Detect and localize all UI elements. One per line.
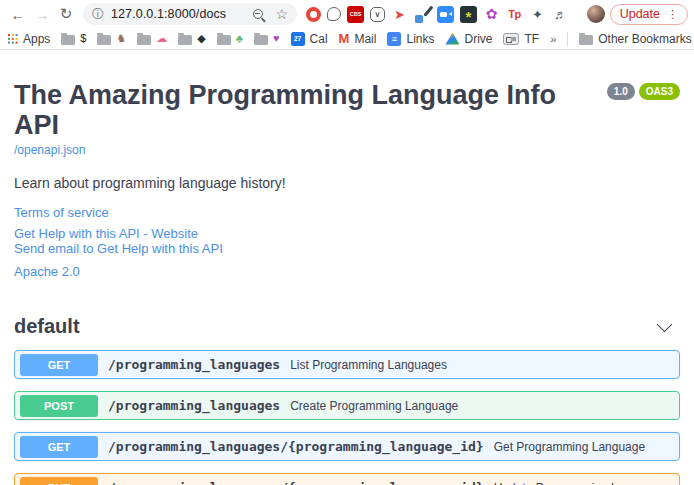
terms-of-service-link[interactable]: Terms of service <box>14 205 680 220</box>
method-badge: GET <box>20 354 98 376</box>
bookmark-cal[interactable]: 27 Cal <box>291 32 328 46</box>
bookmark-tf[interactable]: TF <box>503 32 539 46</box>
menu-kebab-icon[interactable]: ⋮ <box>667 8 678 21</box>
bookmarks-overflow-button[interactable]: » <box>550 33 556 45</box>
horse-emoji-icon: ♞ <box>116 33 126 44</box>
folder-icon <box>97 35 111 45</box>
puzzle-extension-icon[interactable]: ✦ <box>529 6 546 23</box>
tp-extension-icon[interactable]: Tp <box>506 6 523 23</box>
chevron-down-icon <box>657 317 673 333</box>
apps-grid-icon <box>8 34 18 44</box>
drive-icon <box>445 33 459 45</box>
endpoint-path: /programming_languages <box>108 398 280 413</box>
chat-bubble-extension-icon[interactable] <box>327 7 341 21</box>
bookmark-label: Apps <box>23 32 50 46</box>
dark-flower-extension-icon[interactable]: * <box>460 6 477 23</box>
license-link[interactable]: Apache 2.0 <box>14 264 680 279</box>
other-bookmarks[interactable]: Other Bookmarks <box>579 32 691 46</box>
folder-icon <box>178 35 192 45</box>
bookmark-folder-dollar[interactable]: $ <box>61 33 86 45</box>
title-badges: 1.0 OAS3 <box>607 83 680 100</box>
zoom-out-icon[interactable] <box>253 9 263 19</box>
opera-extension-icon[interactable] <box>306 7 321 22</box>
page-title: The Amazing Programming Language Info AP… <box>14 80 602 140</box>
purple-heart-icon: ♥ <box>273 33 280 44</box>
bookmark-label: TF <box>524 32 539 46</box>
brain-emoji-icon: ☁ <box>156 33 167 44</box>
bookmark-star-icon[interactable]: ☆ <box>275 7 288 21</box>
endpoint-summary: Update Programming Language <box>494 481 665 485</box>
browser-toolbar: ← → ↻ ⓘ 127.0.0.1:8000/docs ☆ CBS ∨ ➤ * … <box>0 0 694 28</box>
browser-chrome: ← → ↻ ⓘ 127.0.0.1:8000/docs ☆ CBS ∨ ➤ * … <box>0 0 694 50</box>
update-button[interactable]: Update ⋮ <box>610 4 688 25</box>
method-badge: GET <box>20 436 98 458</box>
extensions-row: CBS ∨ ➤ * ✿ Tp ✦ ♬ <box>306 6 581 23</box>
eyedropper-extension-icon[interactable] <box>414 6 431 23</box>
folder-icon <box>137 35 151 45</box>
bookmark-folder-horse[interactable]: ♞ <box>97 33 126 45</box>
back-button[interactable]: ← <box>6 2 30 26</box>
bookmark-label: Cal <box>310 32 328 46</box>
method-badge: POST <box>20 395 98 417</box>
dollar-icon: $ <box>80 33 86 44</box>
endpoint-get-language-by-id[interactable]: GET /programming_languages/{programming_… <box>14 432 680 461</box>
help-website-link[interactable]: Get Help with this API - Website <box>14 226 680 241</box>
bookmark-folder-leaf[interactable]: ♣ <box>217 33 243 45</box>
bookmark-folder-graduation[interactable]: ◆ <box>178 33 205 45</box>
endpoint-put-update-language[interactable]: PUT /programming_languages/{programming_… <box>14 473 680 485</box>
api-title-row: The Amazing Programming Language Info AP… <box>14 80 680 140</box>
endpoint-path: /programming_languages/{programming_lang… <box>108 480 484 485</box>
bookmark-links[interactable]: ≡ Links <box>387 32 434 46</box>
links-icon: ≡ <box>387 32 401 46</box>
purple-flower-extension-icon[interactable]: ✿ <box>483 6 500 23</box>
bookmark-label: Mail <box>354 32 376 46</box>
calendar-icon: 27 <box>291 32 305 46</box>
profile-avatar[interactable] <box>587 5 605 23</box>
method-badge: PUT <box>20 477 98 485</box>
diamond-arrow-extension-icon[interactable]: ➤ <box>391 6 408 23</box>
folder-icon <box>254 35 268 45</box>
api-info-links: Terms of service Get Help with this API … <box>14 205 680 279</box>
bookmark-folder-brain[interactable]: ☁ <box>137 33 167 45</box>
page-info-icon[interactable]: ⓘ <box>92 6 104 23</box>
endpoint-summary: Create Programming Language <box>290 399 458 413</box>
bookmark-label: Drive <box>464 32 492 46</box>
folder-icon <box>217 35 231 45</box>
update-label: Update <box>620 7 660 21</box>
bookmarks-bar: Apps $ ♞ ☁ ◆ ♣ ♥ 27 Cal <box>0 28 694 49</box>
reload-button[interactable]: ↻ <box>54 2 78 26</box>
cbs-extension-icon[interactable]: CBS <box>347 6 364 23</box>
folder-icon <box>579 35 593 45</box>
tf-icon <box>503 33 519 45</box>
pocket-extension-icon[interactable]: ∨ <box>370 7 385 22</box>
endpoint-post-create-language[interactable]: POST /programming_languages Create Progr… <box>14 391 680 420</box>
endpoint-path: /programming_languages/{programming_lang… <box>108 439 484 454</box>
bookmark-apps[interactable]: Apps <box>8 32 50 46</box>
playlist-extension-icon[interactable]: ♬ <box>552 6 569 23</box>
bookmarks-separator <box>567 32 568 46</box>
leaf-emoji-icon: ♣ <box>236 33 243 44</box>
bookmark-label: Links <box>406 32 434 46</box>
endpoint-path: /programming_languages <box>108 357 280 372</box>
forward-button[interactable]: → <box>30 2 54 26</box>
bookmark-drive[interactable]: Drive <box>445 32 492 46</box>
other-bookmarks-label: Other Bookmarks <box>598 32 691 46</box>
api-description: Learn about programming language history… <box>14 175 680 191</box>
default-section-header[interactable]: default <box>14 315 680 338</box>
swagger-ui-page: The Amazing Programming Language Info AP… <box>0 50 694 485</box>
graduation-cap-icon: ◆ <box>197 33 205 44</box>
bookmark-mail[interactable]: M Mail <box>339 32 377 46</box>
section-title: default <box>14 315 80 338</box>
url-text[interactable]: 127.0.0.1:8000/docs <box>111 7 253 21</box>
help-email-link[interactable]: Send email to Get Help with this API <box>14 241 680 256</box>
endpoint-summary: List Programming Languages <box>290 358 447 372</box>
gmail-icon: M <box>339 32 350 45</box>
openapi-json-link[interactable]: /openapi.json <box>14 143 85 157</box>
bookmark-folder-purple-heart[interactable]: ♥ <box>254 33 280 45</box>
zoom-camera-extension-icon[interactable] <box>437 6 454 23</box>
endpoint-get-list-languages[interactable]: GET /programming_languages List Programm… <box>14 350 680 379</box>
version-badge: 1.0 <box>607 83 635 100</box>
address-bar[interactable]: ⓘ 127.0.0.1:8000/docs ☆ <box>83 3 297 25</box>
folder-icon <box>61 35 75 45</box>
endpoint-summary: Get Programming Language <box>494 440 645 454</box>
